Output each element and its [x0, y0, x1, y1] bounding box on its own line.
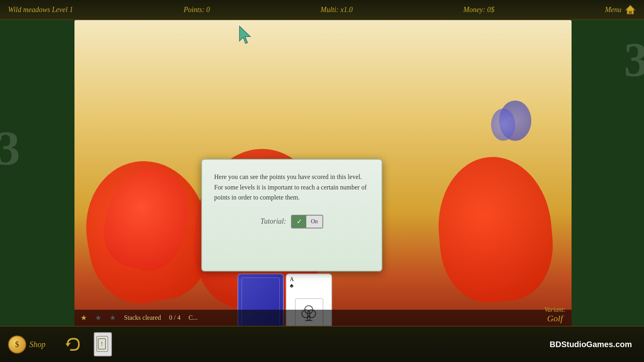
house-icon: [625, 4, 636, 15]
mouse-cursor: [237, 24, 254, 44]
svg-rect-1: [629, 11, 632, 14]
points-label: Points: 0: [184, 6, 210, 14]
watermark: BDStudioGames.com: [550, 340, 632, 349]
star-icon-3: ★: [109, 313, 116, 322]
level-label: Wild meadows Level 1: [8, 6, 73, 14]
money-label: Money: 0$: [463, 6, 494, 14]
menu-button[interactable]: Menu: [605, 4, 636, 15]
stacks-progress: 0 / 4: [169, 314, 180, 321]
tutorial-footer: Tutorial: ✓ On: [214, 215, 369, 228]
coin-icon: $: [8, 335, 26, 354]
svg-marker-2: [239, 26, 250, 43]
multi-label: Multi: x1.0: [320, 6, 353, 14]
shop-label: Shop: [29, 340, 45, 349]
border-right: 3: [572, 0, 644, 362]
star-icon-2: ★: [95, 313, 101, 322]
toggle-on-label: On: [306, 216, 322, 228]
tutorial-text: Here you can see the points you have sco…: [214, 172, 369, 203]
side-decoration-right: 3: [624, 32, 644, 88]
stacks-suffix: C...: [188, 314, 198, 321]
variant-label: Variant: Golf: [545, 306, 566, 324]
deal-button[interactable]: !: [92, 330, 114, 358]
star-icon-1: ★: [80, 313, 87, 322]
deal-icon: !: [94, 332, 112, 356]
shop-button[interactable]: $ Shop: [8, 335, 45, 354]
tutorial-toggle[interactable]: ✓ On: [291, 215, 323, 228]
header-bar: Wild meadows Level 1 Points: 0 Multi: x1…: [0, 0, 644, 20]
variant-text: Variant:: [545, 306, 566, 313]
svg-marker-58: [66, 343, 71, 347]
side-decoration-left: 3: [0, 121, 20, 176]
stacks-cleared-label: Stacks cleared: [124, 314, 161, 321]
bottom-bar: $ Shop ! BDStudioGames.com: [0, 326, 644, 362]
svg-text:!: !: [101, 341, 103, 347]
menu-label: Menu: [605, 6, 621, 14]
tutorial-label: Tutorial:: [260, 217, 286, 226]
tutorial-popup: Here you can see the points you have sco…: [201, 159, 382, 272]
status-bar: ★ ★ ★ Stacks cleared 0 / 4 C...: [74, 310, 572, 326]
variant-value: Golf: [545, 313, 566, 324]
undo-icon: [64, 335, 82, 354]
border-left: 3: [0, 0, 74, 362]
undo-button[interactable]: [62, 333, 84, 356]
toggle-check-icon: ✓: [292, 216, 306, 228]
ace-rank-top: A♣: [290, 276, 294, 289]
